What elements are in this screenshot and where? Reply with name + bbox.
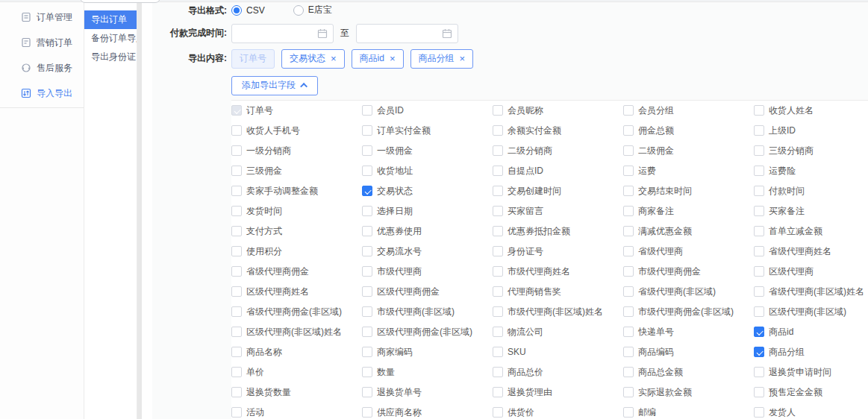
field-checkbox-会员分组[interactable]: 会员分组 [623, 101, 754, 121]
field-checkbox-单价[interactable]: 单价 [231, 362, 362, 382]
sidebar-item-订单管理[interactable]: 订单管理 [0, 4, 84, 30]
field-checkbox-一级分销商[interactable]: 一级分销商 [231, 141, 362, 161]
payment-time-to-input[interactable] [356, 24, 458, 43]
field-checkbox-三级分销商[interactable]: 三级分销商 [754, 141, 868, 161]
field-checkbox-商品分组[interactable]: 商品分组 [754, 342, 868, 362]
checkbox-icon [754, 145, 764, 156]
field-checkbox-买家留言[interactable]: 买家留言 [493, 201, 623, 221]
tag-close-icon[interactable]: × [390, 54, 396, 63]
field-checkbox-会员ID[interactable]: 会员ID [362, 101, 493, 121]
field-checkbox-自提点ID[interactable]: 自提点ID [493, 161, 623, 181]
field-checkbox-退换货理由[interactable]: 退换货理由 [493, 382, 623, 403]
field-checkbox-交易创建时间[interactable]: 交易创建时间 [493, 181, 623, 201]
field-checkbox-优惠券抵扣金额[interactable]: 优惠券抵扣金额 [493, 221, 623, 242]
submenu-item-导出订单[interactable]: 导出订单 [84, 10, 137, 29]
field-checkbox-发货人[interactable]: 发货人 [754, 403, 868, 419]
field-checkbox-退换货数量[interactable]: 退换货数量 [231, 382, 362, 403]
field-checkbox-区级代理商佣金(非区域)[interactable]: 区级代理商佣金(非区域) [362, 322, 493, 342]
field-checkbox-付款时间[interactable]: 付款时间 [754, 181, 868, 201]
field-checkbox-供货价[interactable]: 供货价 [493, 403, 623, 419]
field-checkbox-退换货单号[interactable]: 退换货单号 [362, 382, 493, 403]
field-checkbox-上级ID[interactable]: 上级ID [754, 121, 868, 141]
field-checkbox-选择日期[interactable]: 选择日期 [362, 201, 493, 221]
field-checkbox-买家备注[interactable]: 买家备注 [754, 201, 868, 221]
field-checkbox-优惠券使用[interactable]: 优惠券使用 [362, 221, 493, 242]
export-field-tag-交易状态[interactable]: 交易状态× [281, 49, 345, 69]
field-checkbox-交易流水号[interactable]: 交易流水号 [362, 242, 493, 262]
field-checkbox-佣金总额[interactable]: 佣金总额 [623, 121, 754, 141]
field-checkbox-运费险[interactable]: 运费险 [754, 161, 868, 181]
field-checkbox-省级代理商(非区域)[interactable]: 省级代理商(非区域) [623, 282, 754, 302]
field-checkbox-省级代理商姓名[interactable]: 省级代理商姓名 [754, 242, 868, 262]
export-field-tag-商品id[interactable]: 商品id× [352, 49, 404, 69]
field-checkbox-预售定金金额[interactable]: 预售定金金额 [754, 382, 868, 403]
field-checkbox-订单实付金额[interactable]: 订单实付金额 [362, 121, 493, 141]
tag-close-icon[interactable]: × [460, 54, 466, 63]
field-checkbox-省级代理商[interactable]: 省级代理商 [623, 242, 754, 262]
submenu-item-导出身份证[interactable]: 导出身份证 [84, 48, 137, 66]
field-checkbox-商品编码[interactable]: 商品编码 [623, 342, 754, 362]
field-checkbox-省级代理商(非区域)姓名[interactable]: 省级代理商(非区域)姓名 [754, 282, 868, 302]
field-checkbox-商品id[interactable]: 商品id [754, 322, 868, 342]
submenu-item-备份订单导入[interactable]: 备份订单导入 [84, 29, 137, 48]
field-checkbox-二级分销商[interactable]: 二级分销商 [493, 141, 623, 161]
field-checkbox-首单立减金额[interactable]: 首单立减金额 [754, 221, 868, 242]
field-checkbox-交易状态[interactable]: 交易状态 [362, 181, 493, 201]
format-option-CSV[interactable]: CSV [231, 5, 265, 16]
field-checkbox-区级代理商佣金[interactable]: 区级代理商佣金 [362, 282, 493, 302]
sidebar-item-导入导出[interactable]: 导入导出 [0, 81, 84, 106]
field-checkbox-收货地址[interactable]: 收货地址 [362, 161, 493, 181]
field-checkbox-活动[interactable]: 活动 [231, 403, 362, 419]
field-checkbox-身份证号[interactable]: 身份证号 [493, 242, 623, 262]
field-checkbox-运费[interactable]: 运费 [623, 161, 754, 181]
field-checkbox-市级代理商[interactable]: 市级代理商 [362, 262, 493, 282]
field-checkbox-商家编码[interactable]: 商家编码 [362, 342, 493, 362]
field-checkbox-供应商名称[interactable]: 供应商名称 [362, 403, 493, 419]
field-checkbox-发货时间[interactable]: 发货时间 [231, 201, 362, 221]
field-checkbox-退换货申请时间[interactable]: 退换货申请时间 [754, 362, 868, 382]
field-checkbox-市级代理商(非区域)[interactable]: 市级代理商(非区域) [362, 302, 493, 322]
field-checkbox-区级代理商(非区域)[interactable]: 区级代理商(非区域) [754, 302, 868, 322]
field-checkbox-余额实付金额[interactable]: 余额实付金额 [493, 121, 623, 141]
tag-close-icon[interactable]: × [331, 54, 337, 63]
field-checkbox-三级佣金[interactable]: 三级佣金 [231, 161, 362, 181]
field-checkbox-会员昵称[interactable]: 会员昵称 [493, 101, 623, 121]
payment-time-from-input[interactable] [231, 24, 334, 43]
field-checkbox-卖家手动调整金额[interactable]: 卖家手动调整金额 [231, 181, 362, 201]
field-checkbox-SKU[interactable]: SKU [493, 342, 623, 362]
field-checkbox-商品总价[interactable]: 商品总价 [493, 362, 623, 382]
sidebar-item-售后服务[interactable]: 售后服务 [0, 55, 84, 81]
field-checkbox-满减优惠金额[interactable]: 满减优惠金额 [623, 221, 754, 242]
field-checkbox-邮编[interactable]: 邮编 [623, 403, 754, 419]
export-field-tag-商品分组[interactable]: 商品分组× [410, 49, 474, 69]
field-checkbox-物流公司[interactable]: 物流公司 [493, 322, 623, 342]
field-checkbox-交易结束时间[interactable]: 交易结束时间 [623, 181, 754, 201]
field-checkbox-市级代理商佣金(非区域)[interactable]: 市级代理商佣金(非区域) [623, 302, 754, 322]
field-checkbox-收货人姓名[interactable]: 收货人姓名 [754, 101, 868, 121]
sidebar-item-营销订单[interactable]: 营销订单 [0, 30, 84, 55]
field-checkbox-商品总金额[interactable]: 商品总金额 [623, 362, 754, 382]
field-checkbox-区级代理商[interactable]: 区级代理商 [754, 262, 868, 282]
field-checkbox-支付方式[interactable]: 支付方式 [231, 221, 362, 242]
checkbox-icon [493, 125, 503, 136]
field-checkbox-一级佣金[interactable]: 一级佣金 [362, 141, 493, 161]
field-checkbox-区级代理商姓名[interactable]: 区级代理商姓名 [231, 282, 362, 302]
field-checkbox-快递单号[interactable]: 快递单号 [623, 322, 754, 342]
add-export-field-button[interactable]: 添加导出字段 [231, 76, 318, 95]
field-checkbox-代理商销售奖[interactable]: 代理商销售奖 [493, 282, 623, 302]
export-field-tag-订单号[interactable]: 订单号 [231, 49, 275, 69]
field-checkbox-区级代理商(非区域)姓名[interactable]: 区级代理商(非区域)姓名 [231, 322, 362, 342]
format-option-E店宝[interactable]: E店宝 [293, 4, 332, 16]
field-checkbox-市级代理商佣金[interactable]: 市级代理商佣金 [623, 262, 754, 282]
field-checkbox-商家备注[interactable]: 商家备注 [623, 201, 754, 221]
field-checkbox-市级代理商姓名[interactable]: 市级代理商姓名 [493, 262, 623, 282]
field-checkbox-收货人手机号[interactable]: 收货人手机号 [231, 121, 362, 141]
field-checkbox-数量[interactable]: 数量 [362, 362, 493, 382]
field-checkbox-商品名称[interactable]: 商品名称 [231, 342, 362, 362]
field-checkbox-二级佣金[interactable]: 二级佣金 [623, 141, 754, 161]
field-checkbox-实际退款金额[interactable]: 实际退款金额 [623, 382, 754, 403]
field-checkbox-省级代理商佣金[interactable]: 省级代理商佣金 [231, 262, 362, 282]
field-checkbox-市级代理商(非区域)姓名[interactable]: 市级代理商(非区域)姓名 [493, 302, 623, 322]
field-checkbox-使用积分[interactable]: 使用积分 [231, 242, 362, 262]
field-checkbox-省级代理商佣金(非区域)[interactable]: 省级代理商佣金(非区域) [231, 302, 362, 322]
